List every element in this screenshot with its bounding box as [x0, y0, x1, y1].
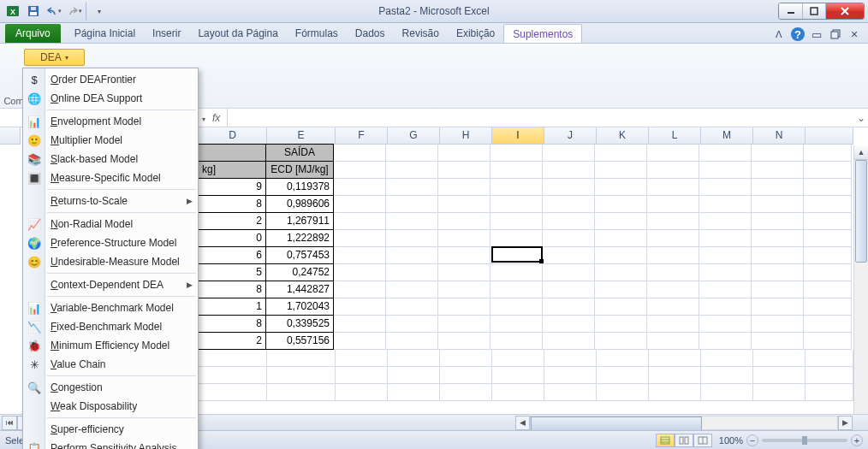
cell-blank-6[interactable] — [804, 230, 852, 247]
cell-E7[interactable]: 0,757453 — [265, 246, 334, 264]
cell-D7[interactable]: 6 — [198, 246, 266, 264]
cell-J11[interactable] — [543, 316, 595, 333]
cell-K1[interactable] — [595, 145, 647, 162]
cell-L7[interactable] — [647, 247, 699, 264]
cell-M8[interactable] — [699, 264, 752, 281]
cell-H4[interactable] — [438, 196, 490, 213]
cell-G14[interactable] — [388, 367, 440, 384]
cell-I7[interactable] — [490, 247, 543, 264]
expand-formula-bar-icon[interactable]: ⌄ — [854, 112, 868, 124]
cell-G5[interactable] — [386, 213, 438, 230]
cell-M2[interactable] — [699, 162, 752, 179]
cell-M13[interactable] — [701, 350, 753, 367]
cell-blank-11[interactable] — [804, 316, 852, 333]
cell-F13[interactable] — [336, 350, 388, 367]
cell-L6[interactable] — [647, 230, 699, 247]
cell-F7[interactable] — [334, 247, 386, 264]
tab-layout-da-p-gina[interactable]: Layout da Página — [189, 24, 286, 43]
cell-K6[interactable] — [595, 230, 647, 247]
cell-G12[interactable] — [386, 333, 438, 350]
cell-L15[interactable] — [649, 384, 701, 401]
cell-M12[interactable] — [699, 333, 752, 350]
cell-L9[interactable] — [647, 281, 699, 298]
cell-L5[interactable] — [647, 213, 699, 230]
vertical-scrollbar[interactable]: ▲ ▼ — [853, 145, 868, 433]
cell-K3[interactable] — [595, 179, 647, 196]
cell-G9[interactable] — [386, 281, 438, 298]
tab-exibi-o[interactable]: Exibição — [448, 24, 503, 43]
help-icon[interactable]: ? — [791, 27, 805, 41]
cell-D9[interactable]: 8 — [198, 281, 266, 298]
cell-blank-3[interactable] — [804, 179, 852, 196]
cell-N13[interactable] — [753, 350, 806, 367]
cell-G6[interactable] — [386, 230, 438, 247]
cell-blank-9[interactable] — [804, 281, 852, 298]
cell-H8[interactable] — [438, 264, 490, 281]
cell-G13[interactable] — [388, 350, 440, 367]
cell-G3[interactable] — [386, 179, 438, 196]
undo-icon[interactable]: ▾ — [45, 2, 63, 21]
menu-item-returns-to-scale[interactable]: Returns-to-Scale▶ — [23, 192, 198, 210]
cell-J9[interactable] — [543, 281, 595, 298]
zoom-out-button[interactable]: − — [746, 434, 758, 446]
cell-I2[interactable] — [490, 162, 543, 179]
cell-H9[interactable] — [438, 281, 490, 298]
excel-icon[interactable]: X — [3, 2, 22, 21]
cell-N1[interactable] — [752, 145, 804, 162]
cell-N7[interactable] — [752, 247, 804, 264]
tab-revis-o[interactable]: Revisão — [394, 24, 448, 43]
cell-M5[interactable] — [699, 213, 752, 230]
cell-I3[interactable] — [490, 179, 543, 196]
cell-H2[interactable] — [438, 162, 490, 179]
cell-D15[interactable] — [199, 384, 267, 401]
zoom-slider[interactable] — [762, 439, 847, 442]
tab-f-rmulas[interactable]: Fórmulas — [287, 24, 347, 43]
cell-J8[interactable] — [543, 264, 595, 281]
cell-D12[interactable]: 2 — [198, 332, 266, 350]
cell-N2[interactable] — [752, 162, 804, 179]
cell-M10[interactable] — [699, 298, 752, 316]
close-button[interactable] — [825, 3, 864, 19]
cell-F5[interactable] — [334, 213, 386, 230]
cell-I4[interactable] — [490, 196, 543, 213]
menu-item-non-radial-model[interactable]: 📈Non-Radial Model — [23, 215, 198, 233]
cell-K5[interactable] — [595, 213, 647, 230]
dea-dropdown-button[interactable]: DEA — [24, 49, 85, 66]
cell-E13[interactable] — [267, 350, 336, 367]
cell-E2[interactable]: ECD [MJ/kg] — [265, 161, 334, 179]
cell-K12[interactable] — [595, 333, 647, 350]
cell-I11[interactable] — [490, 316, 543, 333]
cell-J14[interactable] — [544, 367, 597, 384]
menu-item-minimum-efficiency-model[interactable]: 🐞Minimum Efficiency Model — [23, 336, 198, 355]
cell-N6[interactable] — [752, 230, 804, 247]
tab-inserir[interactable]: Inserir — [144, 24, 189, 43]
column-headers[interactable]: DEFGHIJKLMN — [199, 127, 853, 145]
cell-E4[interactable]: 0,989606 — [265, 195, 334, 213]
tab-dados[interactable]: Dados — [347, 24, 394, 43]
cell-L1[interactable] — [647, 145, 699, 162]
cell-H7[interactable] — [438, 247, 490, 264]
cell-D1[interactable] — [198, 144, 266, 162]
cell-H5[interactable] — [438, 213, 490, 230]
cell-M4[interactable] — [699, 196, 752, 213]
cell-J10[interactable] — [543, 298, 595, 316]
cell-grid[interactable]: SAÍDAkg]ECD [MJ/kg]90,11937880,98960621,… — [199, 145, 853, 401]
menu-item-variable-benchmark-model[interactable]: 📊Variable-Benchmark Model — [23, 298, 198, 317]
cell-E14[interactable] — [267, 367, 336, 384]
cell-J7[interactable] — [543, 247, 595, 264]
menu-item-envelopment-model[interactable]: 📊Envelopment Model — [23, 112, 198, 131]
cell-F14[interactable] — [336, 367, 388, 384]
hscroll-right-button[interactable]: ▶ — [838, 416, 853, 430]
cell-I1[interactable] — [490, 145, 543, 162]
cell-J6[interactable] — [543, 230, 595, 247]
cell-G4[interactable] — [386, 196, 438, 213]
cell-blank-2[interactable] — [804, 162, 852, 179]
cell-N5[interactable] — [752, 213, 804, 230]
page-layout-view-button[interactable] — [675, 434, 693, 447]
cell-G2[interactable] — [386, 162, 438, 179]
col-header-M[interactable]: M — [701, 127, 753, 145]
col-header-F[interactable]: F — [336, 127, 388, 145]
col-header-G[interactable]: G — [388, 127, 440, 145]
cell-K10[interactable] — [595, 298, 647, 316]
cell-E10[interactable]: 1,702043 — [265, 298, 334, 316]
